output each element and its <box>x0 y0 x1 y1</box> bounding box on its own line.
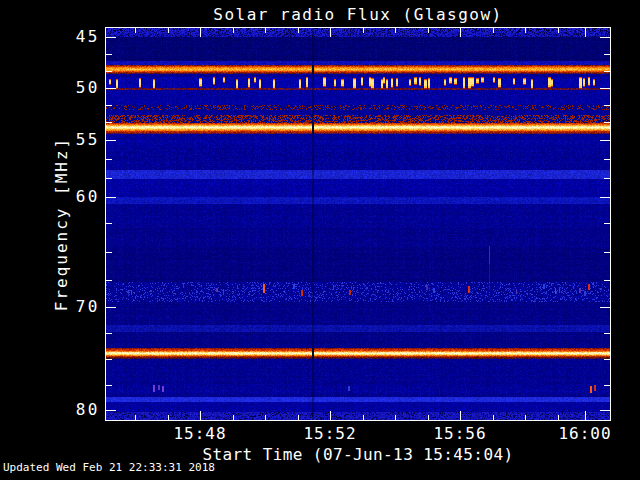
y-tick-label: 55 <box>28 131 100 149</box>
y-tick-label: 70 <box>28 298 100 316</box>
y-tick-label: 60 <box>28 188 100 206</box>
page: { "title": "Solar radio Flux (Glasgow)",… <box>0 0 640 480</box>
x-tick-label: 15:56 <box>418 426 502 442</box>
x-tick-label: 16:00 <box>543 426 627 442</box>
y-tick-label: 50 <box>28 79 100 97</box>
y-tick-label: 80 <box>28 401 100 419</box>
chart-title: Solar radio Flux (Glasgow) <box>105 5 611 24</box>
x-tick-label: 15:48 <box>158 426 242 442</box>
updated-timestamp: Updated Wed Feb 21 22:33:31 2018 <box>3 461 215 474</box>
x-tick-label: 15:52 <box>288 426 372 442</box>
spectrogram-canvas <box>106 28 610 420</box>
y-axis-title: Frequency [MHz] <box>52 137 71 312</box>
y-tick-label: 45 <box>28 28 100 46</box>
plot-area <box>105 27 611 421</box>
